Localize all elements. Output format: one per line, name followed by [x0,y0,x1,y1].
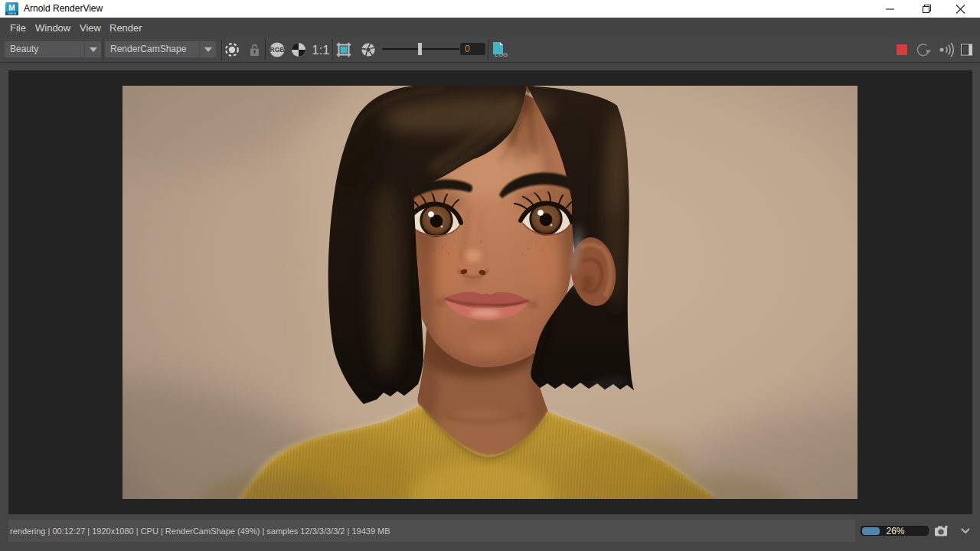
svg-text:1:1: 1:1 [312,43,330,57]
svg-text:RGB: RGB [270,46,285,54]
svg-text:LOG: LOG [495,51,508,58]
svg-text:MAYA: MAYA [8,11,16,15]
